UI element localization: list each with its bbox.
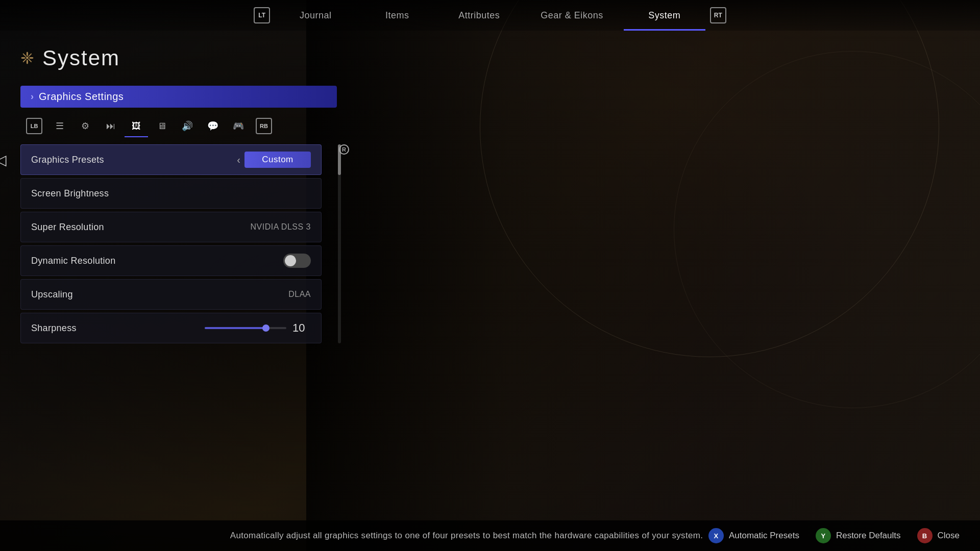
sharpness-slider-thumb <box>262 324 270 332</box>
bottom-bar: Automatically adjust all graphics settin… <box>0 520 980 551</box>
restore-defaults-label: Restore Defaults <box>836 531 901 541</box>
upscaling-row[interactable]: Upscaling DLAA <box>20 279 322 310</box>
b-button: B <box>917 528 933 543</box>
super-resolution-value: NVIDIA DLSS 3 <box>250 222 311 232</box>
close-action[interactable]: B Close <box>917 528 960 543</box>
settings-list: ◁ Graphics Presets ‹ Custom Screen Brigh… <box>20 144 322 343</box>
chat-tab[interactable]: 💬 <box>201 116 225 136</box>
tab-items[interactable]: Items <box>356 0 438 31</box>
toggle-knob <box>285 255 296 266</box>
page-title: System <box>42 46 120 70</box>
sharpness-label: Sharpness <box>31 323 77 334</box>
lb-tab[interactable]: LB <box>22 116 46 136</box>
upscaling-value: DLAA <box>288 290 311 299</box>
settings-panel: › Graphics Settings LB ☰ ⚙ ⏭ 🖼 🖥 <box>20 86 337 343</box>
rb-icon: RB <box>256 118 272 134</box>
screen-brightness-row[interactable]: Screen Brightness <box>20 178 322 209</box>
media-icon: ⏭ <box>106 121 115 132</box>
rt-btn-box: RT <box>710 7 726 23</box>
scroll-track <box>338 144 341 343</box>
rb-tab[interactable]: RB <box>252 116 276 136</box>
preset-left-arrow[interactable]: ‹ <box>237 154 240 166</box>
graphics-presets-controls: ‹ Custom <box>237 152 311 168</box>
dynamic-resolution-label: Dynamic Resolution <box>31 256 115 266</box>
gear-icon: ⚙ <box>81 120 89 132</box>
automatic-presets-label: Automatic Presets <box>729 531 799 541</box>
monitor-icon: 🖥 <box>157 121 166 132</box>
close-label: Close <box>938 531 960 541</box>
sharpness-slider-fill <box>205 327 266 329</box>
accessibility-tab[interactable]: ☰ <box>48 116 71 136</box>
scroll-container: ◁ Graphics Presets ‹ Custom Screen Brigh… <box>20 144 337 343</box>
y-button: Y <box>816 528 831 543</box>
bottom-description: Automatically adjust all graphics settin… <box>225 531 708 541</box>
nav-tabs-container: LT Journal Items Attributes Gear & Eikon… <box>249 0 731 31</box>
display-tab[interactable]: 🖼 <box>125 116 148 136</box>
tab-system[interactable]: System <box>624 0 705 31</box>
tab-attributes[interactable]: Attributes <box>438 0 520 31</box>
main-content: ❈ System › Graphics Settings LB ☰ ⚙ ⏭ 🖼 <box>0 31 980 520</box>
x-button: X <box>708 528 724 543</box>
chat-icon: 💬 <box>207 120 218 132</box>
dynamic-resolution-toggle[interactable] <box>283 254 311 268</box>
display-icon: 🖼 <box>132 121 141 132</box>
lt-button[interactable]: LT <box>249 0 275 31</box>
sharpness-row[interactable]: Sharpness 10 <box>20 313 322 343</box>
system-icon: ❈ <box>20 48 34 68</box>
icon-tabs-row: LB ☰ ⚙ ⏭ 🖼 🖥 🔊 💬 🎮 <box>20 116 337 136</box>
tab-gear-eikons[interactable]: Gear & Eikons <box>520 0 624 31</box>
category-expand-arrow: › <box>31 91 34 102</box>
r-scroll-indicator: R <box>339 144 349 155</box>
audio-tab[interactable]: 🔊 <box>176 116 199 136</box>
restore-defaults-action[interactable]: Y Restore Defaults <box>816 528 901 543</box>
bottom-actions: X Automatic Presets Y Restore Defaults B… <box>708 528 960 543</box>
page-title-area: ❈ System <box>20 46 980 70</box>
monitor-tab[interactable]: 🖥 <box>150 116 174 136</box>
lb-icon: LB <box>26 118 42 134</box>
rt-button[interactable]: RT <box>705 0 731 31</box>
screen-brightness-label: Screen Brightness <box>31 188 109 199</box>
graphics-presets-value[interactable]: Custom <box>244 152 311 168</box>
dynamic-resolution-row[interactable]: Dynamic Resolution <box>20 245 322 276</box>
selection-cursor: ◁ <box>0 152 7 168</box>
tab-journal[interactable]: Journal <box>275 0 356 31</box>
audio-icon: 🔊 <box>182 120 193 132</box>
lt-btn-box: LT <box>254 7 270 23</box>
super-resolution-label: Super Resolution <box>31 222 104 233</box>
controller-icon: 🎮 <box>233 120 244 132</box>
graphics-presets-row[interactable]: ◁ Graphics Presets ‹ Custom <box>20 144 322 175</box>
sharpness-slider-track[interactable] <box>205 327 286 329</box>
sharpness-slider-container: 10 <box>205 321 311 335</box>
sharpness-value: 10 <box>292 321 311 335</box>
upscaling-label: Upscaling <box>31 289 73 300</box>
system-settings-tab[interactable]: ⚙ <box>74 116 97 136</box>
category-title: Graphics Settings <box>39 91 124 103</box>
super-resolution-row[interactable]: Super Resolution NVIDIA DLSS 3 <box>20 212 322 242</box>
category-header[interactable]: › Graphics Settings <box>20 86 337 108</box>
media-tab[interactable]: ⏭ <box>99 116 122 136</box>
top-navigation: LT Journal Items Attributes Gear & Eikon… <box>0 0 980 31</box>
accessibility-icon: ☰ <box>56 120 64 132</box>
graphics-presets-label: Graphics Presets <box>31 155 104 165</box>
controller-tab[interactable]: 🎮 <box>227 116 250 136</box>
automatic-presets-action[interactable]: X Automatic Presets <box>708 528 799 543</box>
